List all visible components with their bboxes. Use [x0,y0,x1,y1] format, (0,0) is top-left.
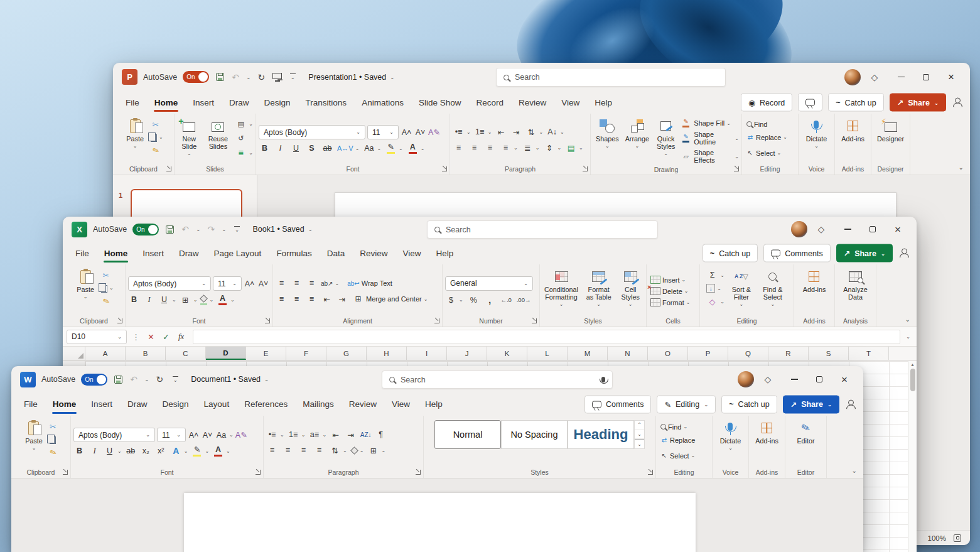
shape-effects-button[interactable]: ▱Shape Effects⌄ [680,149,739,164]
change-case-icon[interactable]: Aa [363,142,375,154]
tab-animations[interactable]: Animations [354,91,411,114]
paste-button[interactable]: Paste⌄ [124,117,146,151]
column-header-selected[interactable]: D [206,347,246,360]
borders-icon[interactable]: ⊞ [367,444,379,457]
dialog-launcher-icon[interactable] [434,318,439,323]
minimize-button[interactable] [835,219,860,240]
decrease-decimal-icon[interactable]: ←.0 [500,294,512,306]
decrease-indent-icon[interactable]: ⇤ [495,126,507,138]
copy-icon[interactable] [101,285,107,293]
collapse-ribbon-icon[interactable]: ⌄ [905,316,910,323]
text-effects-icon[interactable]: A [170,445,182,457]
column-header[interactable]: E [246,347,286,360]
font-color-icon[interactable]: A [407,143,419,154]
enter-icon[interactable]: ✓ [160,330,172,343]
addins-button[interactable]: Add-ins [753,419,781,446]
styles-more-icon[interactable]: ⌄ [635,439,644,448]
formula-input[interactable] [193,330,900,344]
dialog-launcher-icon[interactable] [442,166,447,171]
tab-home[interactable]: Home [45,392,84,416]
cut-icon[interactable]: ✂ [99,269,114,281]
wrap-text-button[interactable]: ab↩Wrap Text [347,277,392,290]
document-page[interactable] [184,493,696,552]
decrease-indent-icon[interactable]: ⇤ [321,293,333,305]
maximize-button[interactable] [860,219,885,240]
justify-icon[interactable]: ≡ [500,141,512,154]
tab-help[interactable]: Help [587,91,620,114]
column-header[interactable]: M [568,347,608,360]
font-size-combo[interactable]: 11⌄ [157,428,186,442]
tab-view[interactable]: View [395,242,428,264]
close-button[interactable]: × [885,219,910,240]
insert-function-icon[interactable]: fx [175,330,187,343]
collapse-ribbon-icon[interactable]: ⌄ [959,164,964,171]
insert-cells-button[interactable]: Insert⌄ [650,276,686,284]
designer-button[interactable]: Designer [875,117,907,144]
column-header[interactable]: P [688,347,728,360]
orientation-icon[interactable]: ab↗ [321,277,333,290]
font-color-icon[interactable]: A [212,446,224,457]
style-heading[interactable]: Heading [568,420,634,449]
account-avatar[interactable] [791,221,807,237]
font-name-combo[interactable]: Aptos (Body)⌄ [73,428,155,442]
superscript-icon[interactable]: x² [155,445,167,457]
multilevel-list-icon[interactable]: a≡ [308,428,320,441]
shapes-button[interactable]: Shapes⌄ [593,117,622,151]
reset-slide-icon[interactable]: ↺ [235,132,247,144]
styles-scroll-down-icon[interactable]: ⌄ [635,430,644,440]
close-button[interactable]: × [832,369,857,390]
undo-chevron-icon[interactable]: ⌄ [144,376,149,382]
shrink-font-icon[interactable]: A˅ [414,126,426,139]
minimize-button[interactable] [782,369,807,390]
scroll-up-icon[interactable]: ▲ [910,362,915,367]
column-header[interactable]: H [367,347,407,360]
increase-indent-icon[interactable]: ⇥ [345,428,357,441]
font-color-icon[interactable]: A [217,295,229,305]
align-left-icon[interactable]: ≡ [453,141,465,154]
select-button[interactable]: ↖Select⌄ [746,147,781,160]
search-box[interactable]: Search [427,220,658,239]
scrollbar-thumb[interactable] [910,369,915,391]
premium-diamond-icon[interactable]: ◇ [816,224,826,234]
cut-icon[interactable]: ✂ [148,118,163,131]
copy-icon[interactable] [50,436,56,444]
dialog-launcher-icon[interactable] [265,318,270,323]
column-header[interactable]: B [126,347,166,360]
people-icon[interactable] [952,98,962,107]
sort-icon[interactable]: AZ↓ [360,428,372,441]
paste-button[interactable]: Paste⌄ [23,419,45,453]
strikethrough-icon[interactable]: ab [125,445,137,457]
bold-icon[interactable]: B [73,445,85,457]
share-button[interactable]: ↗Share⌄ [783,395,839,413]
undo-icon[interactable]: ↶ [230,72,240,82]
record-button[interactable]: ◉Record [741,94,792,112]
conditional-formatting-button[interactable]: Conditional Formatting⌄ [542,268,580,309]
select-all-corner[interactable] [63,347,85,360]
accounting-format-icon[interactable]: $ [445,294,457,306]
cell-styles-button[interactable]: Cell Styles⌄ [617,268,643,309]
tab-draw[interactable]: Draw [171,242,207,264]
replace-button[interactable]: ⇄Replace⌄ [746,131,787,144]
voice-search-icon[interactable] [601,377,605,382]
dialog-launcher-icon[interactable] [532,318,537,323]
select-button[interactable]: ↖Select⌄ [660,450,695,462]
dictate-button[interactable]: Dictate⌄ [718,419,744,453]
subscript-icon[interactable]: x₂ [140,445,152,457]
dialog-launcher-icon[interactable] [734,166,739,171]
comments-button[interactable] [798,94,822,112]
tab-layout[interactable]: Layout [197,392,237,416]
merge-center-button[interactable]: ⊞Merge and Center⌄ [352,293,428,305]
increase-decimal-icon[interactable]: .00→ [517,294,531,306]
column-header[interactable]: J [447,347,487,360]
fill-color-icon[interactable] [200,295,207,305]
strikethrough-icon[interactable]: ab [321,142,333,154]
tab-slideshow[interactable]: Slide Show [411,91,469,114]
clear-formatting-icon[interactable]: A✎ [428,126,440,139]
tab-home[interactable]: Home [147,91,186,114]
replace-button[interactable]: ⇄Replace [660,434,695,446]
dialog-launcher-icon[interactable] [63,470,68,475]
align-center-icon[interactable]: ≡ [282,444,294,457]
tab-references[interactable]: References [237,392,295,416]
fill-icon[interactable]: ↓ [706,284,715,293]
grow-font-icon[interactable]: A˄ [401,126,412,139]
